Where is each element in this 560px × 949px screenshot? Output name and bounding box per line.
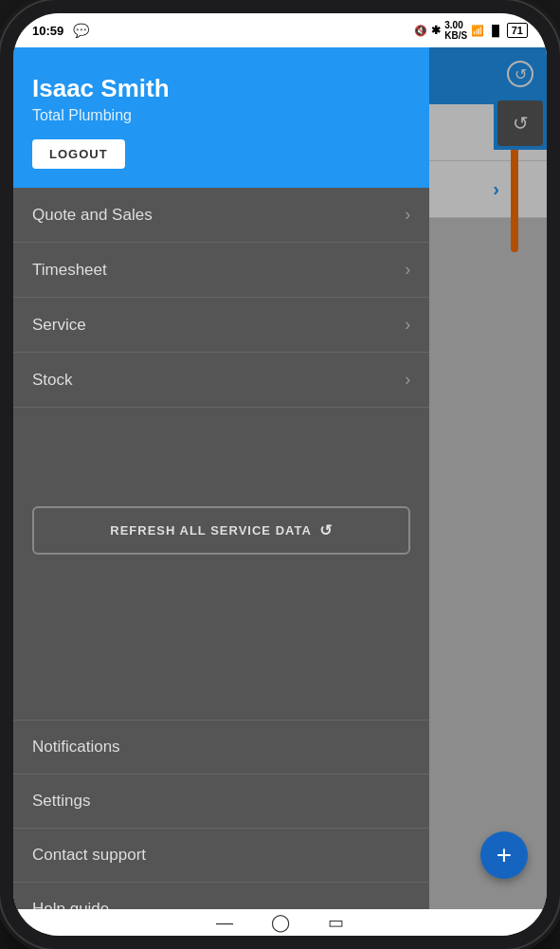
menu-spacer <box>13 408 429 484</box>
time-display: 10:59 <box>32 24 63 38</box>
drawer-menu: Quote and Sales › Timesheet › Service › … <box>13 188 429 720</box>
menu-label-timesheet: Timesheet <box>32 261 107 280</box>
menu-chevron-quote-and-sales: › <box>405 205 410 225</box>
nav-bar: — ◯ ▭ <box>13 909 547 936</box>
bluetooth-icon: ✱ <box>431 24 441 37</box>
signal-icon: ▐▌ <box>488 25 503 36</box>
battery-icon: 71 <box>507 23 528 38</box>
side-drawer: Isaac Smith Total Plumbing LOGOUT Quote … <box>13 47 429 936</box>
menu-chevron-service: › <box>405 315 410 335</box>
status-time: 10:59 💬 <box>32 23 89 38</box>
menu-item-notifications[interactable]: Notifications <box>13 721 429 775</box>
menu-label-quote-and-sales: Quote and Sales <box>32 206 153 225</box>
menu-item-quote-and-sales[interactable]: Quote and Sales › <box>13 188 429 243</box>
refresh-button-icon: ↺ <box>319 521 333 539</box>
menu-item-settings[interactable]: Settings <box>13 775 429 829</box>
refresh-button-label: REFRESH ALL SERVICE DATA <box>110 523 312 538</box>
mute-icon: 🔇 <box>414 25 427 37</box>
menu-label-notifications: Notifications <box>32 738 120 757</box>
nav-recent-icon: ▭ <box>328 912 344 933</box>
drawer-bottom-menu: Notifications Settings Contact support H… <box>13 720 429 936</box>
phone-inner: 10:59 💬 🔇 ✱ 3.00KB/S 📶 ▐▌ 71 12455 <box>13 13 547 936</box>
user-name: Isaac Smith <box>32 74 410 103</box>
company-name: Total Plumbing <box>32 107 410 124</box>
menu-label-service: Service <box>32 316 86 335</box>
chat-icon: 💬 <box>73 23 89 38</box>
wifi-icon: 📶 <box>471 25 484 37</box>
phone-frame: 10:59 💬 🔇 ✱ 3.00KB/S 📶 ▐▌ 71 12455 <box>0 0 560 949</box>
menu-item-contact-support[interactable]: Contact support <box>13 829 429 883</box>
menu-chevron-stock: › <box>405 370 410 390</box>
nav-bar-icons: — ◯ ▭ <box>216 912 344 933</box>
menu-label-contact-support: Contact support <box>32 846 146 865</box>
refresh-all-button[interactable]: REFRESH ALL SERVICE DATA ↺ <box>32 506 410 555</box>
nav-back-icon: — <box>216 913 233 933</box>
data-icon: 3.00KB/S <box>444 20 467 41</box>
menu-item-timesheet[interactable]: Timesheet › <box>13 243 429 298</box>
refresh-section: REFRESH ALL SERVICE DATA ↺ <box>13 484 429 570</box>
nav-home-icon: ◯ <box>271 912 290 933</box>
menu-label-settings: Settings <box>32 792 90 811</box>
menu-label-stock: Stock <box>32 371 73 390</box>
menu-item-stock[interactable]: Stock › <box>13 353 429 408</box>
status-icons: 🔇 ✱ 3.00KB/S 📶 ▐▌ 71 <box>414 20 528 41</box>
logout-button[interactable]: LOGOUT <box>32 139 125 169</box>
drawer-header: Isaac Smith Total Plumbing LOGOUT <box>13 47 429 188</box>
menu-chevron-timesheet: › <box>405 260 410 280</box>
menu-item-service[interactable]: Service › <box>13 298 429 353</box>
fab-add-button[interactable]: + <box>480 831 528 879</box>
screen: 12455 12468 › ↺ ↺ <box>13 47 547 936</box>
status-bar: 10:59 💬 🔇 ✱ 3.00KB/S 📶 ▐▌ 71 <box>13 13 547 47</box>
fab-add-icon: + <box>497 840 512 870</box>
